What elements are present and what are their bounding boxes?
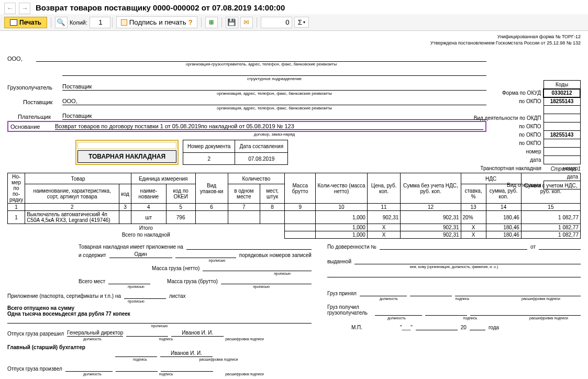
printer-icon xyxy=(10,19,17,26)
table-icon: ⊞ xyxy=(209,19,214,26)
copies-input[interactable] xyxy=(90,17,110,28)
diskette-icon: 💾 xyxy=(227,18,236,26)
copies-label: Копий: xyxy=(70,19,87,26)
preview-button[interactable]: 🔍 xyxy=(55,17,68,28)
org-value: ООО, xyxy=(7,55,36,62)
toolbar: Печать 🔍 Копий: ▲▼ Подпись и печать ? ⊞ … xyxy=(0,14,588,31)
sigma-button[interactable]: Σ▾ xyxy=(294,17,309,28)
magnifier-icon: 🔍 xyxy=(57,18,65,26)
sigma-icon: Σ xyxy=(298,18,302,26)
total-sum-words: Одна тысяча восемьдесят два рубля 77 коп… xyxy=(7,311,312,317)
code-okpo-sender: 18255143 xyxy=(543,97,580,106)
mail-button[interactable]: ✉ xyxy=(240,17,253,28)
doc-number-table: Номер документаДата составления 207.08.2… xyxy=(183,140,288,165)
supplier-value: ООО, xyxy=(62,98,486,105)
doc-title-frame: ТОВАРНАЯ НАКЛАДНАЯ xyxy=(75,140,179,165)
code-okud: 0330212 xyxy=(543,89,580,97)
print-label: Печать xyxy=(19,19,41,26)
table-row: 1 Выключатель автоматический 4п C50A 4,5… xyxy=(8,211,581,224)
forward-button[interactable]: → xyxy=(19,3,30,14)
help-icon: ? xyxy=(188,18,193,26)
excel-button[interactable]: ⊞ xyxy=(205,17,218,28)
print-button[interactable]: Печать xyxy=(4,17,47,28)
form-meta: Унифицированная форма № ТОРГ-12 Утвержде… xyxy=(7,34,581,46)
total-sum-label: Всего отпущено на сумму xyxy=(7,305,312,311)
sign-label: Подпись и печать xyxy=(129,18,186,26)
checkbox-icon xyxy=(121,19,127,26)
payer-value: Поставщик xyxy=(62,113,486,120)
envelope-icon: ✉ xyxy=(243,18,249,26)
window-title: Возврат товаров поставщику 0000-000002 о… xyxy=(34,2,285,14)
dropdown-icon: ▾ xyxy=(303,20,305,25)
sign-stamp-button[interactable]: Подпись и печать ? xyxy=(116,16,197,28)
doc-title: ТОВАРНАЯ НАКЛАДНАЯ xyxy=(77,150,176,163)
doc-number: 2 xyxy=(183,152,235,165)
basis-highlight: ОснованиеВозврат товаров по договору пос… xyxy=(7,121,486,132)
consignee-value: Поставщик xyxy=(62,83,486,91)
sum-field[interactable] xyxy=(261,17,292,28)
basis-value: Возврат товаров по договору поставки 1 о… xyxy=(55,123,483,130)
code-okpo-supplier: 18255143 xyxy=(543,131,580,139)
back-button[interactable]: ← xyxy=(4,3,16,14)
doc-date: 07.08.2019 xyxy=(235,152,288,165)
save-button[interactable]: 💾 xyxy=(226,17,238,28)
codes-header: Коды xyxy=(543,81,580,89)
